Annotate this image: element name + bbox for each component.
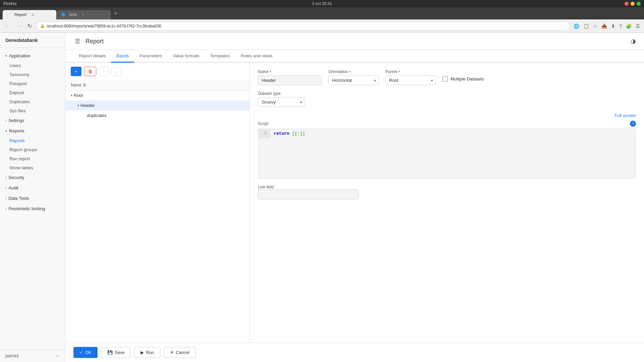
name-input[interactable]: [258, 75, 322, 85]
sidebar-item-pasaport[interactable]: Pasaport: [0, 79, 65, 88]
orientation-required: •: [349, 69, 351, 74]
sidebar-section-header-application[interactable]: ▾ Application: [0, 51, 65, 61]
address-input[interactable]: [47, 24, 566, 28]
tree-label-root: Root: [74, 93, 83, 98]
trash-icon: 🗑: [88, 69, 93, 74]
back-button[interactable]: ←: [3, 22, 12, 31]
translate-button[interactable]: 🌐: [572, 22, 581, 30]
menu-button[interactable]: ☰: [634, 22, 641, 30]
copy-button[interactable]: 📋: [582, 22, 590, 30]
tab-close-report[interactable]: ✕: [31, 13, 34, 17]
sidebar-user-label: [admin]: [5, 354, 18, 358]
plus-icon: +: [75, 69, 77, 74]
multiple-datasets-checkbox[interactable]: [442, 76, 448, 81]
sidebar-section-label-application: Application: [9, 53, 31, 58]
sidebar-section-header-data-tools[interactable]: › Data Tools: [0, 193, 65, 203]
browser-tab-jmix[interactable]: 🔷 Jmix ✕: [57, 10, 111, 19]
expand-header-icon[interactable]: ▾: [77, 104, 79, 107]
sidebar-section-header-pessimistic-locking[interactable]: › Pessimistic locking: [0, 203, 65, 214]
parent-label: Parent •: [385, 69, 436, 74]
run-icon: ▶: [141, 350, 144, 355]
tab-report-details[interactable]: Report details: [73, 50, 111, 63]
sidebar-item-taxonomy[interactable]: Taxonomy: [0, 70, 65, 79]
tab-value-formats[interactable]: Value formats: [167, 50, 205, 63]
fullscreen-link[interactable]: Full screen: [258, 113, 636, 118]
save-label: Save: [115, 350, 125, 355]
tab-parameters[interactable]: Parameters: [134, 50, 167, 63]
save-button[interactable]: 💾 Save: [101, 347, 131, 358]
script-editor[interactable]: 1 return [[:]]: [258, 129, 636, 179]
forward-button[interactable]: →: [14, 22, 23, 31]
sort-icon: ⇅: [83, 83, 86, 87]
traffic-light-yellow[interactable]: [631, 2, 635, 6]
tab-close-jmix[interactable]: ✕: [82, 13, 85, 17]
move-down-button[interactable]: ↓: [111, 67, 121, 76]
move-up-button[interactable]: ↑: [99, 67, 109, 76]
run-button[interactable]: ▶ Run: [134, 347, 160, 358]
sidebar-item-reports[interactable]: Reports: [0, 136, 65, 145]
chevron-right-icon: ›: [5, 119, 6, 122]
download-button[interactable]: ⬇: [610, 22, 616, 30]
ok-button[interactable]: ✓ OK: [73, 347, 98, 358]
sidebar-section-reports: ▾ Reports Reports Report groups Run repo…: [0, 126, 65, 172]
tree-row-duplicates[interactable]: duplicates: [65, 111, 250, 121]
sidebar-section-label-reports: Reports: [9, 128, 24, 133]
tab-favicon-jmix: 🔷: [61, 12, 66, 17]
orientation-select[interactable]: Horizontal Vertical: [328, 75, 379, 85]
new-tab-button[interactable]: +: [111, 10, 120, 17]
chevron-right-icon-audit: ›: [5, 186, 6, 190]
help-button[interactable]: ?: [618, 22, 623, 30]
name-label: Name •: [258, 69, 322, 74]
add-band-button[interactable]: +: [71, 67, 82, 76]
link-field-input[interactable]: [258, 189, 359, 199]
sidebar-section-header-settings[interactable]: › Settings: [0, 115, 65, 126]
reload-button[interactable]: ↻: [25, 21, 34, 31]
sidebar-section-header-security[interactable]: › Security: [0, 172, 65, 183]
sidebar-footer: [admin] →: [0, 350, 65, 362]
bookmark-button[interactable]: ☆: [592, 22, 599, 30]
browser-tab-report[interactable]: 📄 Report ✕: [3, 10, 56, 19]
sidebar-section-label-settings: Settings: [8, 118, 24, 123]
sidebar-item-show-tables[interactable]: Show tables: [0, 163, 65, 172]
bands-panel: + 🗑 ↑ ↓ Name ⇅: [65, 63, 250, 343]
tree-row-root[interactable]: ▾ Root: [65, 90, 250, 101]
sidebar-section-label-security: Security: [8, 175, 24, 180]
dataset-type-select[interactable]: Groovy SQL JPQL JSON: [258, 97, 305, 107]
logout-button[interactable]: →: [55, 353, 60, 359]
dark-mode-button[interactable]: ◑: [631, 38, 636, 45]
name-column-header[interactable]: Name ⇅: [71, 83, 244, 87]
cancel-label: Cancel: [176, 350, 189, 355]
extensions-button[interactable]: 🧩: [625, 22, 633, 30]
traffic-light-green[interactable]: [637, 2, 641, 6]
header-right: ◑: [631, 38, 636, 45]
os-app-name: Firefox: [3, 1, 17, 6]
script-help-button[interactable]: ?: [630, 121, 636, 127]
sidebar-item-users[interactable]: Users: [0, 61, 65, 70]
sidebar-item-sys-files[interactable]: Sys files: [0, 106, 65, 115]
sidebar-item-report-groups[interactable]: Report groups: [0, 145, 65, 154]
sidebar-item-duplicates[interactable]: Duplicates: [0, 97, 65, 106]
sidebar-item-deposit[interactable]: Deposit: [0, 88, 65, 97]
tab-bands[interactable]: Bands: [111, 50, 134, 63]
sidebar-section-header-audit[interactable]: › Audit: [0, 183, 65, 193]
orientation-label: Orientation •: [328, 69, 379, 74]
sidebar-item-run-report[interactable]: Run report: [0, 154, 65, 163]
hamburger-button[interactable]: ☰: [73, 37, 82, 46]
content-area: + 🗑 ↑ ↓ Name ⇅: [65, 63, 644, 343]
link-field-section: Link field: [258, 185, 636, 199]
tab-templates[interactable]: Templates: [205, 50, 235, 63]
tree-row-header[interactable]: ▾ Header: [65, 101, 250, 111]
script-editor-body[interactable]: [258, 138, 636, 178]
sidebar-section-audit: › Audit: [0, 183, 65, 193]
parent-select[interactable]: Root: [385, 75, 436, 85]
expand-root-icon[interactable]: ▾: [71, 94, 72, 97]
sidebar-section-header-reports[interactable]: ▾ Reports: [0, 126, 65, 136]
delete-band-button[interactable]: 🗑: [84, 67, 96, 76]
cancel-button[interactable]: ✕ Cancel: [164, 347, 196, 358]
traffic-light-red[interactable]: [625, 2, 629, 6]
script-section: Script ? 1 return [[:]]: [258, 121, 636, 179]
pocket-button[interactable]: 📥: [600, 22, 608, 30]
tab-roles-and-views[interactable]: Roles and views: [235, 50, 278, 63]
chevron-right-icon-pessimistic: ›: [5, 207, 6, 210]
sidebar-section-data-tools: › Data Tools: [0, 193, 65, 203]
